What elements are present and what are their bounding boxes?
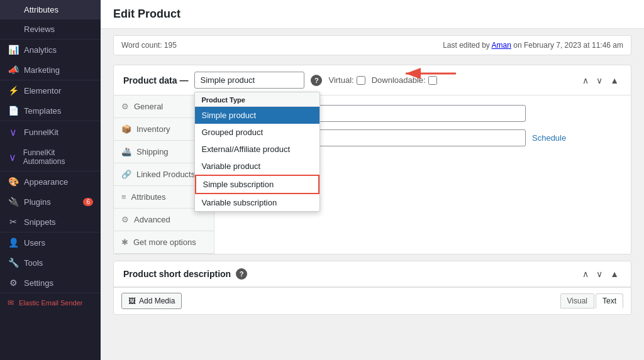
editor-tabs: Visual Text bbox=[560, 293, 623, 308]
short-desc-collapse-down-btn[interactable]: ∨ bbox=[594, 268, 605, 280]
sidebar-item-tools[interactable]: 🔧 Tools bbox=[0, 253, 101, 273]
product-data-section: Product data — Simple product Grouped pr… bbox=[113, 65, 631, 254]
dropdown-group-label: Product Type bbox=[195, 92, 319, 107]
sidebar-item-elementor[interactable]: ⚡ Elementor bbox=[0, 80, 101, 101]
short-desc-help-icon[interactable]: ? bbox=[236, 268, 247, 280]
elementor-icon: ⚡ bbox=[8, 85, 19, 95]
sidebar-item-marketing[interactable]: 📣 Marketing bbox=[0, 60, 101, 80]
product-type-select-region: Simple product Grouped product External/… bbox=[194, 72, 304, 89]
sidebar-item-analytics[interactable]: 📊 Analytics bbox=[0, 40, 101, 60]
schedule-link[interactable]: Schedule bbox=[532, 133, 566, 143]
attributes-tab-icon: ≡ bbox=[121, 192, 126, 202]
editor-tab-text[interactable]: Text bbox=[596, 293, 623, 308]
templates-icon: 📄 bbox=[8, 106, 19, 116]
shipping-tab-icon: 🚢 bbox=[121, 147, 131, 156]
dropdown-item-variable-product[interactable]: Variable product bbox=[195, 158, 319, 175]
sidebar-item-elastic-email[interactable]: ✉ Elastic Email Sender bbox=[0, 293, 101, 312]
page-title: Edit Product bbox=[113, 8, 180, 20]
plugins-icon: 🔌 bbox=[8, 197, 19, 207]
product-type-select[interactable]: Simple product Grouped product External/… bbox=[194, 72, 304, 89]
add-media-icon: 🖼 bbox=[128, 297, 136, 305]
virtual-checkbox[interactable] bbox=[357, 76, 365, 85]
short-desc-collapse-controls: ∧ ∨ ▲ bbox=[580, 268, 621, 280]
dropdown-item-simple-product[interactable]: Simple product bbox=[195, 107, 319, 124]
downloadable-checkbox[interactable] bbox=[428, 76, 437, 85]
collapse-close-btn[interactable]: ▲ bbox=[608, 74, 621, 87]
virtual-label: Virtual: bbox=[328, 75, 365, 85]
sale-price-input[interactable] bbox=[306, 129, 526, 146]
dropdown-item-grouped-product[interactable]: Grouped product bbox=[195, 124, 319, 141]
editor-tab-visual[interactable]: Visual bbox=[560, 293, 594, 308]
tab-get-more-options[interactable]: ✱ Get more options bbox=[114, 231, 214, 254]
linked-products-tab-icon: 🔗 bbox=[121, 170, 131, 179]
funnelkit-icon: ∨ bbox=[8, 126, 19, 138]
select-wrapper: Simple product Grouped product External/… bbox=[194, 72, 304, 89]
sidebar-item-settings[interactable]: ⚙ Settings bbox=[0, 273, 101, 293]
general-tab-icon: ⚙ bbox=[121, 102, 129, 111]
analytics-icon: 📊 bbox=[8, 45, 19, 55]
funnelkit-automations-icon: ∨ bbox=[8, 151, 18, 163]
plugins-badge: 6 bbox=[83, 198, 93, 206]
word-count-bar: Word count: 195 Last edited by Aman on F… bbox=[113, 35, 631, 55]
users-icon: 👤 bbox=[8, 237, 19, 248]
short-desc-collapse-up-btn[interactable]: ∧ bbox=[580, 268, 591, 280]
dropdown-item-simple-subscription[interactable]: Simple subscription bbox=[195, 175, 319, 194]
dropdown-item-variable-subscription[interactable]: Variable subscription bbox=[195, 194, 319, 211]
marketing-icon: 📣 bbox=[8, 65, 19, 75]
regular-price-input[interactable] bbox=[306, 105, 526, 122]
collapse-up-btn[interactable]: ∧ bbox=[580, 74, 591, 87]
sidebar: Attributes Reviews 📊 Analytics 📣 Marketi… bbox=[0, 0, 101, 360]
short-description-footer: 🖼 Add Media Visual Text bbox=[114, 287, 631, 314]
short-description-section: Product short description ? ∧ ∨ ▲ 🖼 Add … bbox=[113, 261, 631, 315]
inventory-tab-icon: 📦 bbox=[121, 124, 131, 134]
product-data-header: Product data — Simple product Grouped pr… bbox=[114, 65, 631, 95]
sidebar-item-reviews[interactable]: Reviews bbox=[0, 19, 101, 39]
short-desc-collapse-close-btn[interactable]: ▲ bbox=[608, 268, 621, 280]
appearance-icon: 🎨 bbox=[8, 177, 19, 187]
collapse-controls: ∧ ∨ ▲ bbox=[580, 74, 621, 87]
sidebar-item-funnelkit-automations[interactable]: ∨ FunnelKit Automations bbox=[0, 143, 101, 171]
dropdown-item-external-affiliate[interactable]: External/Affiliate product bbox=[195, 141, 319, 158]
sidebar-item-appearance[interactable]: 🎨 Appearance bbox=[0, 172, 101, 192]
last-edited-text: Last edited by Aman on February 7, 2023 … bbox=[443, 41, 623, 50]
product-data-label: Product data — bbox=[123, 75, 188, 85]
sidebar-item-snippets[interactable]: ✂ Snippets bbox=[0, 212, 101, 232]
get-more-options-tab-icon: ✱ bbox=[121, 237, 128, 247]
word-count-text: Word count: 195 bbox=[121, 41, 177, 50]
snippets-icon: ✂ bbox=[8, 217, 19, 227]
help-icon[interactable]: ? bbox=[311, 75, 322, 86]
sidebar-item-templates[interactable]: 📄 Templates bbox=[0, 101, 101, 121]
elastic-email-icon: ✉ bbox=[8, 298, 14, 307]
product-type-dropdown: Product Type Simple product Grouped prod… bbox=[194, 92, 320, 212]
product-data-body: ⚙ General 📦 Inventory 🚢 Shipping 🔗 Linke… bbox=[114, 95, 631, 254]
downloadable-label: Downloadable: bbox=[372, 75, 437, 85]
tools-icon: 🔧 bbox=[8, 258, 19, 268]
add-media-button[interactable]: 🖼 Add Media bbox=[121, 293, 182, 309]
short-description-title: Product short description bbox=[123, 269, 231, 279]
collapse-down-btn[interactable]: ∨ bbox=[594, 74, 605, 87]
short-description-header: Product short description ? ∧ ∨ ▲ bbox=[114, 261, 631, 287]
advanced-tab-icon: ⚙ bbox=[121, 215, 129, 224]
content-area: Word count: 195 Last edited by Aman on F… bbox=[101, 35, 644, 315]
page-header: Edit Product bbox=[101, 0, 644, 29]
sidebar-item-users[interactable]: 👤 Users bbox=[0, 232, 101, 253]
sidebar-item-attributes[interactable]: Attributes bbox=[0, 0, 101, 19]
sidebar-item-funnelkit[interactable]: ∨ FunnelKit bbox=[0, 121, 101, 143]
sidebar-item-plugins[interactable]: 🔌 Plugins 6 bbox=[0, 192, 101, 212]
settings-icon: ⚙ bbox=[8, 278, 19, 288]
main-content: Edit Product Word count: 195 Last edited… bbox=[101, 0, 644, 360]
last-edited-link[interactable]: Aman bbox=[492, 41, 511, 50]
tab-advanced[interactable]: ⚙ Advanced bbox=[114, 209, 214, 231]
